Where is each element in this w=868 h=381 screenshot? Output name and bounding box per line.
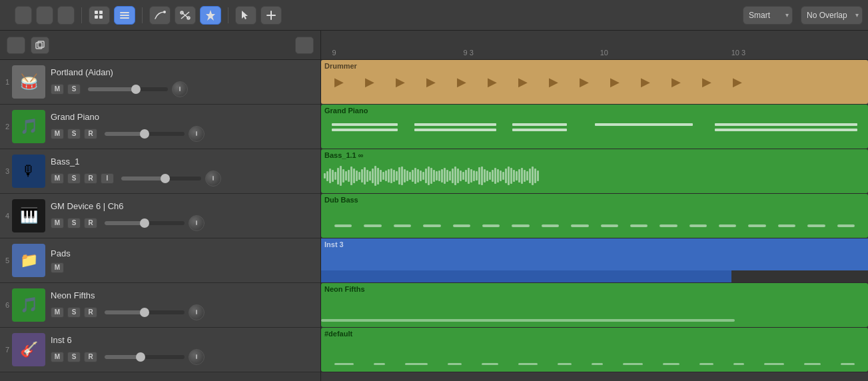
track-info-6: Neon FifthsMSR [51,290,316,320]
track-btn-i-3[interactable]: I [101,173,114,184]
track-slider-3[interactable] [121,177,201,181]
track-knob-6[interactable] [189,304,205,320]
track-slider-2[interactable] [105,132,185,136]
track-btn-s-6[interactable]: S [67,307,81,318]
track-info-7: Inst 6MSR [51,335,316,365]
svg-rect-5 [120,15,129,16]
track-btn-m-1[interactable]: M [51,84,64,95]
list-view-button[interactable] [114,6,135,25]
snap-drag-group: Smart Bar Beat Division Ticks ▾ No Overl… [739,6,863,25]
track-name-7: Inst 6 [51,335,316,345]
clip-drummer[interactable]: Drummer▶▶▶▶▶▶▶▶▶▶▶▶▶▶ [321,60,868,104]
track-btn-s-4[interactable]: S [67,218,81,228]
track-controls-2: MSR [51,126,316,142]
clip-row-7[interactable]: #default [321,328,868,372]
track-btn-m-7[interactable]: M [51,352,64,362]
clip-piano[interactable]: Grand Piano [321,105,868,149]
clip-dub[interactable]: Dub Bass [321,194,868,238]
tracks-area: Drummer▶▶▶▶▶▶▶▶▶▶▶▶▶▶Grand PianoBass_1.1… [321,60,868,381]
track-info-4: GM Device 6 | Ch6MSR [51,201,316,231]
track-thumb-3[interactable]: 🎙 [12,155,45,188]
track-thumb-1[interactable]: 🥁 [12,65,45,99]
track-btn-s-7[interactable]: S [67,352,81,362]
track-volume-7 [105,349,205,365]
track-btn-m-5[interactable]: M [51,262,64,273]
clip-row-2[interactable]: Grand Piano [321,105,868,149]
select-tool-button[interactable] [235,6,256,25]
grid-view-button[interactable] [89,6,110,25]
track-name-1: Portland (Aidan) [51,67,316,77]
functions-menu-button[interactable] [36,6,53,25]
track-slider-4[interactable] [105,221,185,225]
ruler-mark-10: 10 [600,49,608,57]
clip-neon[interactable]: Neon Fifths [321,283,868,327]
track-knob-4[interactable] [189,215,205,231]
track-thumb-6[interactable]: 🎵 [12,288,45,322]
track-knob-3[interactable] [205,171,221,187]
track-number-4: 4 [0,212,12,220]
track-btn-m-4[interactable]: M [51,218,64,228]
track-btn-m-6[interactable]: M [51,307,64,318]
clip-row-4[interactable]: Dub Bass [321,194,868,238]
clip-row-1[interactable]: Drummer▶▶▶▶▶▶▶▶▶▶▶▶▶▶ [321,60,868,105]
svg-rect-2 [95,15,98,19]
drag-select[interactable]: No Overlap Overlap X-Fade [801,6,863,25]
track-btn-r-6[interactable]: R [84,307,97,318]
track-volume-3 [121,171,221,187]
scissors-button[interactable] [175,6,196,25]
track-knob-7[interactable] [189,349,205,365]
track-name-4: GM Device 6 | Ch6 [51,201,316,211]
track-info-3: Bass_1MSRI [51,157,316,187]
track-thumb-4[interactable]: 🎹 [12,199,45,232]
track-info-5: PadsM [51,248,316,273]
track-knob-1[interactable] [172,81,188,97]
curve-tool-button[interactable] [149,6,171,25]
track-controls-3: MSRI [51,171,316,187]
track-btn-m-2[interactable]: M [51,129,64,139]
track-btn-m-3[interactable]: M [51,173,64,184]
track-controls-6: MSR [51,304,316,320]
clip-inst3-top[interactable]: Inst 3 [321,238,868,270]
track-info-2: Grand PianoMSR [51,112,316,142]
clip-row-3[interactable]: Bass_1.1 ∞ [321,149,868,194]
track-btn-r-3[interactable]: R [84,173,97,184]
add-track-button[interactable] [7,37,25,54]
track-name-2: Grand Piano [51,112,316,122]
svg-point-7 [163,11,166,13]
add-tool-button[interactable] [260,6,282,25]
track-btn-s-1[interactable]: S [67,84,81,95]
track-slider-1[interactable] [88,87,168,91]
track-number-7: 7 [0,346,12,354]
track-volume-4 [105,215,205,231]
snap-select[interactable]: Smart Bar Beat Division Ticks [743,6,793,25]
clip-default[interactable]: #default [321,328,868,372]
pin-button[interactable] [200,6,221,25]
track-list: 1🥁Portland (Aidan)MS2🎵Grand PianoMSR3🎙Ba… [0,31,321,381]
track-btn-r-2[interactable]: R [84,129,97,139]
track-slider-7[interactable] [105,355,185,359]
upload-button[interactable] [295,37,314,54]
duplicate-track-button[interactable] [31,37,49,54]
separator-2 [142,7,143,23]
track-btn-r-4[interactable]: R [84,218,97,228]
clip-row-6[interactable]: Neon Fifths [321,283,868,328]
clip-row-5[interactable]: Inst 3 [321,238,868,283]
track-slider-6[interactable] [105,310,185,314]
track-btn-r-7[interactable]: R [84,352,97,362]
track-number-3: 3 [0,167,12,175]
track-btn-s-2[interactable]: S [67,129,81,139]
track-btn-s-3[interactable]: S [67,173,81,184]
track-knob-2[interactable] [189,126,205,142]
view-menu-button[interactable] [57,6,75,25]
track-row-1: 1🥁Portland (Aidan)MS [0,60,320,105]
clip-bass[interactable]: Bass_1.1 ∞ [321,149,868,193]
track-name-3: Bass_1 [51,157,316,167]
clip-inst3-bottom[interactable] [321,270,731,282]
svg-rect-3 [99,15,103,19]
track-row-2: 2🎵Grand PianoMSR [0,105,320,149]
track-thumb-5[interactable]: 📁 [12,244,45,277]
track-thumb-2[interactable]: 🎵 [12,110,45,143]
track-thumb-7[interactable]: 🎸 [12,333,45,366]
track-row-4: 4🎹GM Device 6 | Ch6MSR [0,194,320,238]
edit-menu-button[interactable] [15,6,32,25]
